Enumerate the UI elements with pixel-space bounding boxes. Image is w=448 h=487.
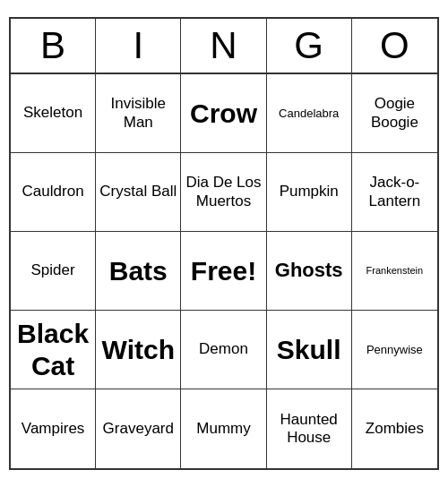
bingo-cell-16: Witch [96, 311, 181, 389]
bingo-cell-5: Cauldron [11, 153, 96, 232]
bingo-cell-23: Haunted House [267, 389, 352, 468]
bingo-cell-19: Pennywise [352, 311, 437, 389]
bingo-cell-2: Crow [181, 74, 266, 153]
bingo-cell-24: Zombies [352, 389, 437, 468]
bingo-cell-3: Candelabra [267, 74, 352, 153]
bingo-card: BINGO SkeletonInvisible ManCrowCandelabr… [9, 17, 439, 470]
bingo-cell-12: Free! [181, 232, 266, 311]
header-letter-G: G [267, 19, 352, 73]
bingo-cell-14: Frankenstein [352, 232, 437, 311]
bingo-cell-18: Skull [267, 311, 352, 389]
bingo-cell-21: Graveyard [96, 389, 181, 468]
header-letter-N: N [181, 19, 266, 73]
bingo-cell-7: Dia De Los Muertos [181, 153, 266, 232]
bingo-cell-9: Jack-o-Lantern [352, 153, 437, 232]
bingo-cell-11: Bats [96, 232, 181, 311]
bingo-cell-15: Black Cat [11, 311, 96, 389]
bingo-cell-0: Skeleton [11, 74, 96, 153]
bingo-cell-22: Mummy [181, 389, 266, 468]
bingo-cell-17: Demon [181, 311, 266, 389]
bingo-cell-10: Spider [11, 232, 96, 311]
bingo-cell-1: Invisible Man [96, 74, 181, 153]
bingo-cell-6: Crystal Ball [96, 153, 181, 232]
header-letter-I: I [96, 19, 181, 73]
header-letter-O: O [352, 19, 437, 73]
bingo-cell-8: Pumpkin [267, 153, 352, 232]
bingo-header: BINGO [11, 19, 437, 74]
bingo-cell-20: Vampires [11, 389, 96, 468]
bingo-grid: SkeletonInvisible ManCrowCandelabraOogie… [11, 74, 437, 468]
header-letter-B: B [11, 19, 96, 73]
bingo-cell-13: Ghosts [267, 232, 352, 311]
bingo-cell-4: Oogie Boogie [352, 74, 437, 153]
